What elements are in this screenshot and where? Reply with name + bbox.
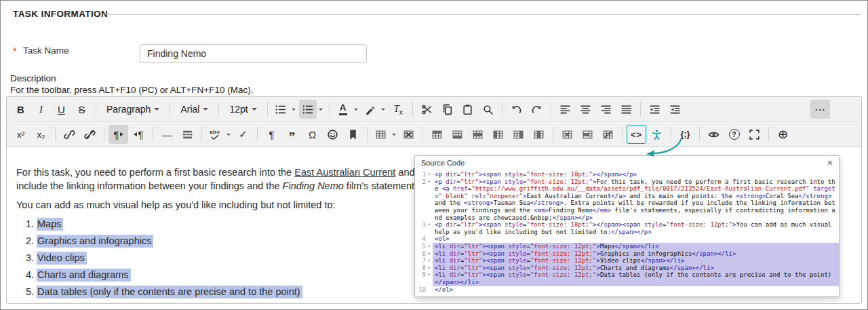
more-toolbar-options-button[interactable]: ⋯ bbox=[810, 100, 830, 119]
insert-row-above-icon bbox=[431, 129, 443, 140]
code-line[interactable]: 10</ol> bbox=[415, 286, 839, 294]
justify-button[interactable] bbox=[616, 100, 636, 119]
bullet-list-split-button[interactable] bbox=[272, 100, 298, 119]
paste-button[interactable] bbox=[458, 100, 477, 119]
insert-content-button[interactable]: ⊕ bbox=[773, 125, 793, 144]
code-line[interactable]: 7▾<li dir="ltr"><span style="font-size: … bbox=[415, 257, 839, 265]
code-line[interactable]: 8▾<li dir="ltr"><span style="font-size: … bbox=[415, 265, 839, 272]
selected-list-text: Graphics and infographics bbox=[37, 235, 153, 248]
insert-link-button[interactable] bbox=[60, 125, 79, 144]
clear-formatting-button[interactable]: Tx bbox=[389, 100, 408, 119]
bold-button[interactable]: B bbox=[11, 100, 31, 119]
help-button[interactable]: ? bbox=[724, 125, 744, 144]
spellcheck-split-button[interactable]: abc bbox=[206, 125, 233, 144]
insert-column-before-button[interactable] bbox=[488, 125, 508, 144]
special-character-button[interactable]: Ω bbox=[302, 125, 322, 144]
toolbar-divider bbox=[267, 102, 268, 117]
undo-button[interactable] bbox=[507, 100, 526, 119]
page-break-button[interactable] bbox=[178, 125, 197, 144]
toolbar-divider bbox=[640, 102, 641, 117]
code-line[interactable]: 3▾<p dir="ltr"><span style="font-size: 1… bbox=[415, 221, 839, 235]
superscript-button[interactable]: x² bbox=[11, 125, 31, 144]
bookmark-button[interactable] bbox=[343, 125, 363, 144]
code-line[interactable]: 9▾<li dir="ltr"><span style="font-size: … bbox=[415, 271, 839, 286]
align-center-button[interactable] bbox=[576, 100, 595, 119]
task-name-input[interactable] bbox=[140, 44, 367, 63]
code-line[interactable]: 6▾<li dir="ltr"><span style="font-size: … bbox=[415, 250, 839, 258]
code-line[interactable]: 5▾<li dir="ltr"><span style="font-size: … bbox=[415, 243, 839, 250]
delete-column-button[interactable] bbox=[529, 125, 549, 144]
redo-button[interactable] bbox=[527, 100, 547, 119]
paste-icon bbox=[462, 104, 473, 115]
chevron-down-icon bbox=[154, 108, 159, 111]
emoticons-button[interactable] bbox=[323, 125, 342, 144]
line-number-gutter: 4 bbox=[415, 235, 433, 243]
text-color-split-button[interactable]: A bbox=[334, 100, 361, 119]
close-icon[interactable]: × bbox=[827, 158, 833, 168]
strikethrough-button[interactable]: S bbox=[72, 100, 92, 119]
redo-icon bbox=[531, 104, 542, 115]
clear-formatting-icon: Tx bbox=[393, 103, 402, 116]
paragraph-format-dropdown[interactable]: Paragraph bbox=[100, 100, 165, 119]
insert-row-above-button[interactable] bbox=[427, 125, 447, 144]
east-australian-current-link[interactable]: East Australian Current bbox=[294, 167, 395, 178]
toolbar-divider bbox=[170, 102, 170, 117]
delete-table-button[interactable] bbox=[399, 125, 418, 144]
insert-column-after-icon bbox=[513, 129, 524, 140]
delete-row-button[interactable] bbox=[468, 125, 488, 144]
eye-icon bbox=[708, 129, 719, 140]
split-cell-icon bbox=[602, 129, 614, 140]
accept-check-button[interactable]: ✓ bbox=[233, 125, 253, 144]
underline-button[interactable]: U bbox=[52, 100, 71, 119]
code-line[interactable]: 2▾<p dir="ltr"><span style="font-size: 1… bbox=[415, 178, 839, 222]
source-code-editor[interactable]: 1▾<p dir="ltr"><span style="font-size: 1… bbox=[415, 170, 839, 296]
search-button[interactable] bbox=[478, 100, 498, 119]
dialog-header: Source Code × bbox=[415, 156, 839, 170]
numbered-list-icon bbox=[302, 104, 313, 115]
merge-cells-icon bbox=[582, 129, 593, 140]
paragraph-format-value: Paragraph bbox=[106, 104, 151, 115]
source-code-dialog: Source Code × 1▾<p dir="ltr"><span style… bbox=[414, 155, 840, 297]
remove-link-button[interactable] bbox=[80, 125, 100, 144]
align-right-button[interactable] bbox=[596, 100, 616, 119]
highlighter-icon bbox=[364, 104, 376, 115]
numbered-list-split-button[interactable] bbox=[299, 100, 326, 119]
split-cell-button[interactable] bbox=[598, 125, 618, 144]
selected-list-text: Maps bbox=[37, 218, 63, 231]
rtl-icon: ¶ bbox=[134, 129, 143, 140]
horizontal-rule-button[interactable]: — bbox=[157, 125, 177, 144]
left-to-right-button[interactable]: ¶ bbox=[108, 125, 128, 144]
fullscreen-button[interactable] bbox=[745, 125, 764, 144]
toolbar-divider bbox=[257, 127, 258, 142]
indent-icon bbox=[649, 104, 660, 115]
italic-button[interactable]: I bbox=[31, 100, 51, 119]
code-line[interactable]: 4<ol> bbox=[415, 235, 839, 243]
toolbar-divider bbox=[96, 102, 96, 117]
outdent-button[interactable] bbox=[665, 100, 685, 119]
right-to-left-button[interactable]: ¶ bbox=[129, 125, 149, 144]
table-split-button[interactable] bbox=[372, 125, 398, 144]
merge-cells-button[interactable] bbox=[578, 125, 597, 144]
align-left-button[interactable] bbox=[555, 100, 575, 119]
line-number-gutter: 3▾ bbox=[415, 221, 433, 235]
show-invisibles-button[interactable]: ¶ bbox=[262, 125, 281, 144]
preview-button[interactable] bbox=[704, 125, 724, 144]
copy-button[interactable] bbox=[437, 100, 457, 119]
cut-button[interactable] bbox=[417, 100, 437, 119]
line-number-gutter: 6▾ bbox=[415, 250, 433, 258]
line-number-gutter: 7▾ bbox=[415, 257, 433, 265]
toolbar-divider bbox=[153, 127, 153, 142]
indent-button[interactable] bbox=[645, 100, 665, 119]
chevron-down-icon bbox=[226, 134, 231, 136]
highlight-color-split-button[interactable] bbox=[361, 100, 388, 119]
subscript-button[interactable]: x₂ bbox=[31, 125, 51, 144]
font-family-dropdown[interactable]: Arial bbox=[174, 100, 214, 119]
chevron-down-icon bbox=[203, 108, 208, 111]
insert-column-after-button[interactable] bbox=[509, 125, 528, 144]
cell-properties-button[interactable] bbox=[557, 125, 577, 144]
insert-row-below-button[interactable] bbox=[448, 125, 467, 144]
blockquote-button[interactable]: ” bbox=[282, 125, 302, 144]
line-number-gutter: 10 bbox=[415, 286, 433, 294]
font-size-dropdown[interactable]: 12pt bbox=[223, 100, 262, 119]
code-line[interactable]: 1▾<p dir="ltr"><span style="font-size: 1… bbox=[415, 171, 839, 178]
